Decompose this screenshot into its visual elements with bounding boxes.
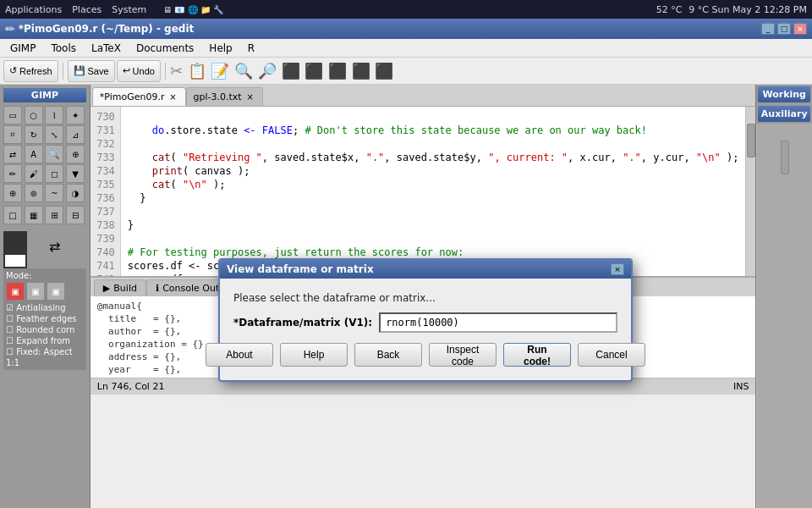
scroll-thumb[interactable]	[747, 124, 755, 157]
line-739: # For testing purposes, just return the …	[128, 246, 464, 258]
gimp-menu-bar: GIMP Tools LaTeX Documents Help R	[0, 39, 812, 58]
mode-btn3[interactable]: ▣	[47, 282, 65, 301]
latex-menu[interactable]: LaTeX	[85, 41, 128, 56]
tool-ellipse[interactable]: ○	[25, 106, 43, 124]
back-button[interactable]: Back	[354, 343, 422, 367]
auxiliary-panel[interactable]: Auxiliary	[758, 106, 810, 122]
system-menu[interactable]: System	[112, 4, 146, 15]
tool-extra3[interactable]: ⊞	[45, 206, 63, 224]
right-scrollbar[interactable]	[756, 124, 812, 508]
inspect-code-button[interactable]: Inspect code	[429, 343, 497, 367]
right-scroll-thumb[interactable]	[781, 141, 789, 174]
minimize-button[interactable]: _	[761, 23, 775, 35]
tool-free-select[interactable]: ⌇	[45, 106, 63, 124]
run-code-button[interactable]: Run code!	[503, 343, 571, 367]
tool-flip[interactable]: ⇄	[3, 145, 22, 163]
fixed-option[interactable]: ☐ Fixed: Aspect	[6, 347, 84, 356]
right-sidebar: Working Auxiliary	[755, 85, 812, 508]
tool-paint[interactable]: 🖌	[25, 164, 43, 183]
tool-shear[interactable]: ⊿	[66, 125, 85, 144]
cancel-button[interactable]: Cancel	[578, 343, 645, 367]
line-737: }	[128, 219, 134, 231]
tab-pimogen-close[interactable]: ×	[168, 91, 178, 102]
status-position: Ln 746, Col 21	[97, 381, 165, 392]
swap-colors[interactable]: ⇄	[49, 239, 60, 255]
mode-options: Mode: ▣ ▣ ▣ ☑ Antialiasing ☐ Feather edg…	[3, 268, 86, 370]
code-content[interactable]: do.store.state <- FALSE; # Don't store t…	[121, 107, 746, 276]
feather-option[interactable]: ☐ Feather edges	[6, 314, 84, 323]
save-button[interactable]: 💾 Save	[68, 60, 115, 82]
tool-heal[interactable]: ⊕	[3, 184, 22, 202]
code-scrollbar[interactable]	[745, 107, 755, 276]
datetime: 9 °C Sun May 2 12:28 PM	[689, 4, 807, 15]
system-icons: 🖥 📧 🌐 📁 🔧	[163, 5, 223, 14]
rounded-option[interactable]: ☐ Rounded corn	[6, 325, 84, 334]
toolbar-separator	[63, 63, 63, 80]
foreground-color[interactable]	[3, 231, 27, 255]
line-732: cat( "Retrieving ", saved.state$x, ".", …	[128, 152, 739, 163]
tool-colorpick[interactable]: 🔍	[45, 145, 63, 163]
mode-btn2[interactable]: ▣	[26, 282, 45, 301]
tool-grid: ▭ ○ ⌇ ✦ ⌗ ↻ ⤡ ⊿ ⇄ A 🔍 ⊕ ✏ 🖌 ◻ ▼ ⊕	[3, 106, 86, 202]
modal-close-button[interactable]: ×	[611, 263, 624, 275]
toolbar-icons: ✂ 📋 📝 🔍 🔎 ⬛ ⬛ ⬛ ⬛ ⬛	[170, 62, 394, 80]
expand-option[interactable]: ☐ Expand from	[6, 336, 84, 345]
mode-btn1[interactable]: ▣	[6, 282, 25, 301]
tab-gpl[interactable]: gpl-3.0.txt ×	[186, 87, 263, 106]
tool-extra1[interactable]: □	[3, 206, 22, 224]
antialias-option[interactable]: ☑ Antialiasing	[6, 303, 84, 312]
places-menu[interactable]: Places	[72, 4, 102, 15]
tool-erase[interactable]: ◻	[45, 164, 63, 183]
tool-grid2: □ ▦ ⊞ ⊟	[3, 206, 86, 224]
tool-text[interactable]: A	[25, 145, 43, 163]
tool-scale[interactable]: ⤡	[45, 125, 63, 144]
system-bar-left: Applications Places System 🖥 📧 🌐 📁 🔧	[5, 4, 223, 15]
color-area[interactable]: ⇄	[3, 231, 86, 262]
modal-buttons: About Help Back Inspect code Run code! C…	[233, 343, 617, 367]
about-button[interactable]: About	[206, 343, 273, 367]
modal-dialog: View dataframe or matrix × Please select…	[218, 258, 633, 382]
tool-magnify[interactable]: ⊕	[66, 145, 85, 163]
system-bar-right: 52 °C 9 °C Sun May 2 12:28 PM	[656, 4, 807, 15]
tool-rect[interactable]: ▭	[3, 106, 22, 124]
tab-gpl-label: gpl-3.0.txt	[194, 91, 242, 102]
tool-extra4[interactable]: ⊟	[66, 206, 85, 224]
tool-fill[interactable]: ▼	[66, 164, 85, 183]
tools-menu[interactable]: Tools	[44, 41, 83, 56]
undo-button[interactable]: ↩ Undo	[117, 60, 161, 82]
tool-smudge[interactable]: ~	[45, 184, 63, 202]
refresh-icon: ↺	[9, 65, 17, 76]
modal-body: Please select the dataframe or matrix...…	[220, 279, 631, 380]
help-menu[interactable]: Help	[202, 41, 239, 56]
tool-dodge[interactable]: ◑	[66, 184, 85, 202]
save-icon: 💾	[74, 65, 85, 76]
r-menu[interactable]: R	[241, 41, 261, 56]
documents-menu[interactable]: Documents	[129, 41, 200, 56]
left-sidebar: GIMP ▭ ○ ⌇ ✦ ⌗ ↻ ⤡ ⊿ ⇄ A 🔍 ⊕ ✏ 🖌 ◻	[0, 85, 91, 508]
tab-pimogen-label: *PimoGen09.r	[100, 91, 165, 102]
title-controls[interactable]: _ □ ×	[761, 23, 807, 35]
gimp-menu[interactable]: GIMP	[3, 41, 42, 56]
working-panel[interactable]: Working	[758, 86, 810, 102]
tool-fuzzy[interactable]: ✦	[66, 106, 85, 124]
modal-title-bar: View dataframe or matrix ×	[220, 260, 631, 279]
temperature: 52 °C	[656, 4, 683, 15]
system-bar: Applications Places System 🖥 📧 🌐 📁 🔧 52 …	[0, 0, 812, 19]
tool-crop[interactable]: ⌗	[3, 125, 22, 144]
tool-rotate[interactable]: ↻	[25, 125, 43, 144]
main-toolbar: ↺ Refresh 💾 Save ↩ Undo ✂ 📋 📝 🔍 🔎 ⬛ ⬛ ⬛ …	[0, 58, 812, 85]
dataframe-input[interactable]	[379, 312, 617, 333]
close-button[interactable]: ×	[793, 23, 807, 35]
tool-pencil[interactable]: ✏	[3, 164, 22, 183]
tab-build[interactable]: ▶ Build	[94, 279, 146, 296]
tool-clone[interactable]: ⊚	[25, 184, 43, 202]
tab-gpl-close[interactable]: ×	[245, 92, 255, 102]
line-738	[128, 233, 134, 245]
tab-pimogen[interactable]: *PimoGen09.r ×	[92, 87, 186, 106]
tool-extra2[interactable]: ▦	[25, 206, 43, 224]
maximize-button[interactable]: □	[777, 23, 791, 35]
refresh-button[interactable]: ↺ Refresh	[3, 60, 58, 82]
applications-menu[interactable]: Applications	[5, 4, 62, 15]
help-button[interactable]: Help	[280, 343, 348, 367]
console-output-icon: ℹ	[156, 283, 159, 294]
